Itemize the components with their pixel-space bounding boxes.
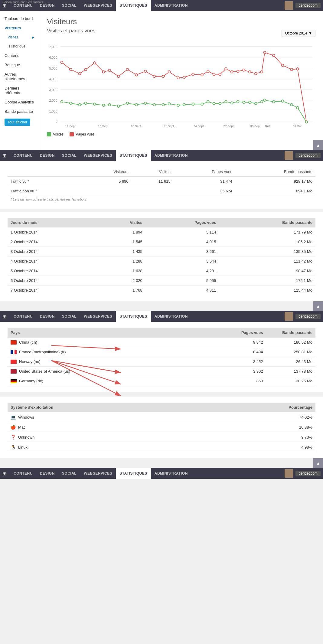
svg-point-23 — [117, 75, 120, 77]
user-site-4[interactable]: deridet.com — [295, 471, 321, 476]
svg-point-51 — [70, 102, 72, 104]
flag-icon — [11, 379, 17, 383]
svg-point-60 — [144, 102, 147, 104]
nav3-administration[interactable]: ADMINISTRATION — [151, 311, 191, 322]
svg-point-20 — [93, 62, 96, 64]
chart-section-title: Visites et pages vues — [47, 28, 95, 34]
nav2-social[interactable]: SOCIAL — [58, 150, 80, 161]
svg-point-52 — [79, 103, 81, 106]
svg-point-66 — [192, 103, 194, 105]
svg-point-76 — [255, 102, 257, 105]
svg-point-48 — [296, 68, 299, 70]
svg-point-34 — [207, 70, 209, 73]
user-site-3[interactable]: deridet.com — [295, 314, 321, 319]
svg-point-58 — [126, 102, 129, 104]
traffic-vu-visiteurs: 5 690 — [83, 177, 132, 186]
nav3-webservices[interactable]: WEBSERVICES — [80, 311, 116, 322]
nav-social[interactable]: SOCIAL — [58, 0, 80, 11]
svg-point-41 — [249, 71, 251, 73]
nav2-statistiques[interactable]: STATISTIQUES — [116, 150, 151, 161]
flag-icon — [11, 350, 17, 354]
user-site[interactable]: deridet.com — [295, 3, 321, 8]
nav4-administration[interactable]: ADMINISTRATION — [151, 468, 191, 479]
tout-afficher-button[interactable]: Tout afficher — [5, 119, 30, 126]
svg-point-28 — [162, 75, 165, 77]
th-bande: Bande passante — [235, 167, 315, 177]
svg-point-33 — [201, 74, 203, 76]
table-row: ❓ Unknown 9.73% — [8, 432, 315, 442]
svg-text:5,000: 5,000 — [49, 67, 57, 70]
daily-th-pages: Pages vues — [145, 218, 219, 227]
svg-point-56 — [108, 103, 111, 106]
sidebar-item-autres[interactable]: Autres plateformes — [0, 70, 39, 83]
sidebar-item-contenu[interactable]: Contenu — [0, 51, 39, 60]
traffic-vu-bande: 928.17 Mo — [235, 177, 315, 186]
svg-point-74 — [243, 101, 245, 103]
table-row: Traffic vu * 5 690 11 615 31 474 928.17 … — [8, 177, 315, 186]
traffic-nonvu-bande: 894.1 Mo — [235, 186, 315, 196]
svg-text:Oct.: Oct. — [265, 124, 271, 128]
svg-point-81 — [290, 103, 293, 106]
nav3-statistiques[interactable]: STATISTIQUES — [116, 311, 151, 322]
table-row: 3 Octobre 2014 1 435 3 661 135.85 Mo — [8, 247, 315, 257]
table-row: 💻 Windows 74.02% — [8, 412, 315, 422]
grid-icon-2[interactable]: ⊞ — [2, 153, 6, 159]
nav-administration[interactable]: ADMINISTRATION — [151, 0, 191, 11]
svg-point-82 — [296, 106, 299, 109]
daily-section: Jours du mois Visites Pages vues Bande p… — [0, 212, 323, 301]
nav-webservices[interactable]: WEBSERVICES — [80, 0, 116, 11]
svg-text:7,000: 7,000 — [49, 45, 57, 49]
chart-header: Visites et pages vues Octobre 2014 ▼ — [47, 28, 315, 38]
user-site-2[interactable]: deridet.com — [295, 153, 321, 158]
os-icon: 💻 — [11, 415, 16, 420]
svg-point-61 — [153, 103, 155, 106]
scroll-up-button-2[interactable]: ▲ — [313, 301, 323, 311]
svg-point-72 — [231, 102, 233, 104]
daily-th-visites: Visites — [96, 218, 145, 227]
grid-icon-4[interactable]: ⊞ — [2, 471, 6, 476]
sidebar-item-analytics[interactable]: Google Analytics — [0, 97, 39, 107]
svg-point-71 — [225, 100, 227, 103]
month-dropdown[interactable]: Octobre 2014 ▼ — [282, 30, 315, 37]
grid-icon-3[interactable]: ⊞ — [2, 314, 6, 319]
nav2-administration[interactable]: ADMINISTRATION — [151, 150, 191, 161]
nav4-statistiques[interactable]: STATISTIQUES — [116, 468, 151, 479]
nav2-webservices[interactable]: WEBSERVICES — [80, 150, 116, 161]
nav3-social[interactable]: SOCIAL — [58, 311, 80, 322]
sidebar-item-bande[interactable]: Bande passante — [0, 107, 39, 116]
sidebar-item-derniers[interactable]: Derniers référents — [0, 83, 39, 97]
nav3-contenu[interactable]: CONTENU — [10, 311, 36, 322]
nav3-design[interactable]: DESIGN — [36, 311, 58, 322]
scroll-up-button-3[interactable]: ▲ — [313, 458, 323, 468]
svg-point-63 — [168, 103, 171, 105]
nav-statistiques[interactable]: STATISTIQUES — [116, 0, 151, 11]
svg-point-21 — [103, 71, 105, 73]
sidebar-item-visites[interactable]: Visites ▶ — [0, 33, 39, 42]
sidebar-item-historique[interactable]: Historique — [0, 42, 39, 51]
nav4-social[interactable]: SOCIAL — [58, 468, 80, 479]
nav2-contenu[interactable]: CONTENU — [10, 150, 36, 161]
scroll-up-button[interactable]: ▲ — [313, 140, 323, 150]
svg-point-54 — [93, 103, 96, 105]
page-title: Visiteurs — [47, 17, 315, 26]
sidebar-item-boutique[interactable]: Boutique — [0, 60, 39, 70]
country-th-pages: Pages vues — [228, 328, 266, 338]
svg-point-73 — [237, 100, 239, 103]
svg-point-25 — [135, 74, 138, 76]
svg-point-37 — [225, 68, 227, 70]
svg-point-65 — [183, 103, 185, 106]
traffic-nonvu-visites — [132, 186, 174, 196]
nav4-webservices[interactable]: WEBSERVICES — [80, 468, 116, 479]
svg-point-70 — [219, 102, 221, 105]
sidebar-item-visiteurs[interactable]: Visiteurs — [0, 23, 39, 33]
svg-point-35 — [213, 73, 215, 76]
traffic-section: Visiteurs Visites Pages vues Bande passa… — [0, 161, 323, 209]
svg-point-59 — [135, 103, 138, 106]
nav2-design[interactable]: DESIGN — [36, 150, 58, 161]
nav4-design[interactable]: DESIGN — [36, 468, 58, 479]
nav4-contenu[interactable]: CONTENU — [10, 468, 36, 479]
traffic-vu-label: Traffic vu * — [8, 177, 83, 186]
table-row: 7 Octobre 2014 1 768 4 811 125.44 Mo — [8, 286, 315, 295]
svg-point-16 — [60, 61, 63, 64]
sidebar-item-tableau[interactable]: Tableau de bord — [0, 14, 39, 23]
